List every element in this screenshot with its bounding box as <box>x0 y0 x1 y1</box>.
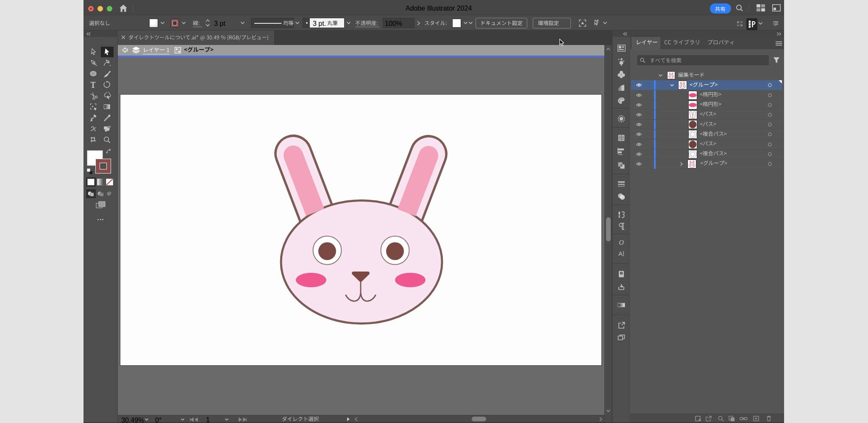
svg-text:O: O <box>619 239 624 246</box>
svg-text:A: A <box>618 250 623 257</box>
